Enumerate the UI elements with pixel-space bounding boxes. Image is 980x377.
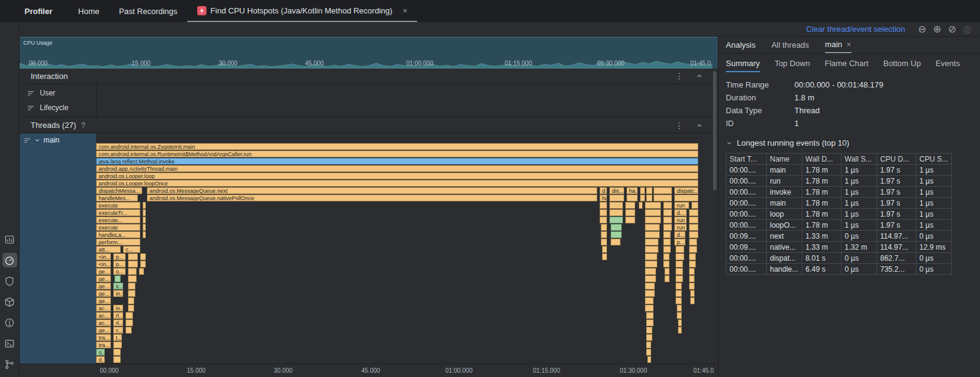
flame-frame[interactable] — [627, 195, 638, 201]
longest-events-header[interactable]: Longest running events (top 10) — [718, 130, 980, 147]
flame-frame[interactable] — [692, 202, 698, 209]
tab-all-threads[interactable]: All threads — [771, 37, 809, 53]
profiler-icon[interactable] — [2, 253, 17, 267]
flame-frame[interactable] — [128, 253, 138, 260]
flame-frame[interactable]: com.android.internal.os.ZygoteInit.main — [96, 143, 698, 150]
flame-frame[interactable] — [128, 305, 134, 312]
flame-frame[interactable] — [645, 297, 654, 304]
flame-frame[interactable] — [113, 349, 121, 356]
flame-frame[interactable]: o... — [113, 268, 126, 275]
flame-frame[interactable] — [689, 283, 695, 289]
events-row[interactable]: 00:00....loop1.78 m1 µs1.97 s1 µs — [726, 209, 952, 220]
flame-frame[interactable] — [601, 224, 607, 231]
flame-frame[interactable] — [663, 209, 672, 216]
flame-frame[interactable] — [647, 356, 651, 363]
flame-frame[interactable] — [663, 246, 671, 253]
version-control-icon[interactable] — [2, 357, 17, 371]
flame-frame[interactable] — [625, 217, 635, 223]
flame-frame[interactable] — [640, 187, 645, 194]
flame-frame[interactable] — [126, 327, 132, 334]
terminal-icon[interactable] — [2, 336, 17, 351]
flame-frame[interactable] — [143, 231, 146, 238]
flame-frame[interactable] — [645, 202, 661, 209]
flame-frame[interactable] — [654, 187, 672, 194]
flame-frame[interactable] — [646, 349, 651, 356]
threads-section-header[interactable]: Threads (27) ? ⋮ — [20, 117, 718, 133]
flame-frame[interactable] — [689, 275, 695, 282]
tab-main-thread[interactable]: main × — [825, 37, 851, 53]
flame-frame[interactable] — [602, 246, 607, 253]
flame-frame[interactable] — [677, 312, 682, 319]
events-row[interactable]: 00:00....invoke1.78 m1 µs1.97 s1 µs — [726, 187, 952, 198]
subtab-bottom-up[interactable]: Bottom Up — [883, 54, 921, 72]
flame-frame[interactable] — [689, 209, 698, 216]
flame-frame[interactable] — [663, 231, 671, 238]
flame-frame[interactable] — [611, 224, 622, 231]
flame-frame[interactable] — [609, 195, 624, 201]
flame-frame[interactable] — [654, 195, 672, 201]
flame-frame[interactable] — [113, 342, 122, 348]
app-inspection-icon[interactable] — [2, 294, 17, 309]
flame-frame[interactable]: c... — [113, 327, 123, 334]
flame-frame[interactable]: rl... — [113, 319, 123, 326]
flame-frame[interactable] — [689, 268, 695, 275]
flame-frame[interactable] — [609, 209, 623, 216]
flame-frame[interactable] — [645, 275, 656, 282]
flame-frame[interactable] — [128, 268, 137, 275]
flame-frame[interactable]: c... — [123, 246, 140, 253]
flame-frame[interactable]: t... — [113, 334, 122, 341]
reset-zoom-icon[interactable]: ⊘ — [948, 24, 956, 34]
flame-frame[interactable] — [113, 356, 121, 363]
zoom-out-icon[interactable]: ⊖ — [918, 24, 926, 34]
flame-frame[interactable] — [690, 297, 695, 304]
flame-frame[interactable] — [663, 224, 672, 231]
flame-frame[interactable]: perform... — [96, 239, 140, 245]
flame-frame[interactable]: att... — [96, 246, 121, 253]
flame-frame[interactable] — [689, 231, 698, 238]
flame-frame[interactable]: ge... — [96, 297, 111, 304]
tab-past-recordings[interactable]: Past Recordings — [109, 0, 187, 22]
flame-frame[interactable]: p... — [113, 253, 126, 260]
events-row[interactable]: 00:00....loopO...1.78 m1 µs1.97 s1 µs — [726, 220, 952, 231]
flame-frame[interactable] — [645, 290, 655, 297]
flame-frame[interactable]: com.android.internal.os.RuntimeInit$Meth… — [96, 151, 698, 157]
events-row[interactable]: 00:00....dispat...8.01 s0 µs862.7...0 µs — [726, 253, 952, 264]
flame-frame[interactable] — [665, 275, 669, 282]
flame-frame[interactable] — [645, 217, 661, 223]
flame-frame[interactable] — [645, 261, 657, 267]
events-row[interactable]: 00:00....main1.78 m1 µs1.97 s1 µs — [726, 165, 952, 176]
flame-frame[interactable] — [676, 283, 682, 289]
flame-frame[interactable] — [646, 312, 654, 319]
flame-frame[interactable] — [646, 319, 654, 326]
flame-frame[interactable]: run — [674, 202, 689, 209]
flame-frame[interactable] — [645, 253, 657, 260]
flame-frame[interactable]: dispatchMessa... — [96, 187, 142, 194]
flame-frame[interactable] — [677, 305, 682, 312]
flame-frame[interactable] — [645, 268, 656, 275]
flame-frame[interactable] — [126, 312, 133, 319]
flame-frame[interactable] — [689, 217, 698, 223]
flame-frame[interactable] — [128, 283, 135, 289]
cpu-usage-chart[interactable]: CPU Usage 00.00015.00030.00045.00001:00.… — [20, 37, 718, 69]
flame-frame[interactable] — [601, 239, 607, 245]
flame-frame[interactable]: p... — [113, 261, 126, 267]
collapse-threads-icon[interactable] — [696, 122, 703, 129]
events-col-header[interactable]: Wall S... — [842, 154, 877, 165]
subtab-top-down[interactable]: Top Down — [775, 54, 810, 72]
flame-frame[interactable]: android.os.Looper.loopOnce — [96, 180, 698, 187]
flame-frame[interactable] — [663, 202, 672, 209]
subtab-flame-chart[interactable]: Flame Chart — [824, 54, 869, 72]
problems-icon[interactable] — [2, 315, 17, 330]
flame-frame[interactable]: handleLa... — [96, 231, 140, 238]
flame-frame[interactable]: ge... — [96, 275, 111, 282]
flame-frame[interactable] — [646, 342, 651, 348]
thread-sidebar[interactable]: main — [20, 133, 96, 364]
vertical-scrollbar[interactable] — [713, 71, 717, 190]
flame-frame[interactable]: executeTr... — [96, 209, 140, 216]
flame-frame[interactable]: run — [674, 217, 687, 223]
flame-frame[interactable] — [625, 209, 635, 216]
flame-frame[interactable] — [645, 224, 660, 231]
flame-frame[interactable] — [689, 239, 697, 245]
events-col-header[interactable]: Wall D... — [802, 154, 842, 165]
events-row[interactable]: 00:09....native...1.33 m1.32 m114.97...1… — [726, 242, 952, 253]
